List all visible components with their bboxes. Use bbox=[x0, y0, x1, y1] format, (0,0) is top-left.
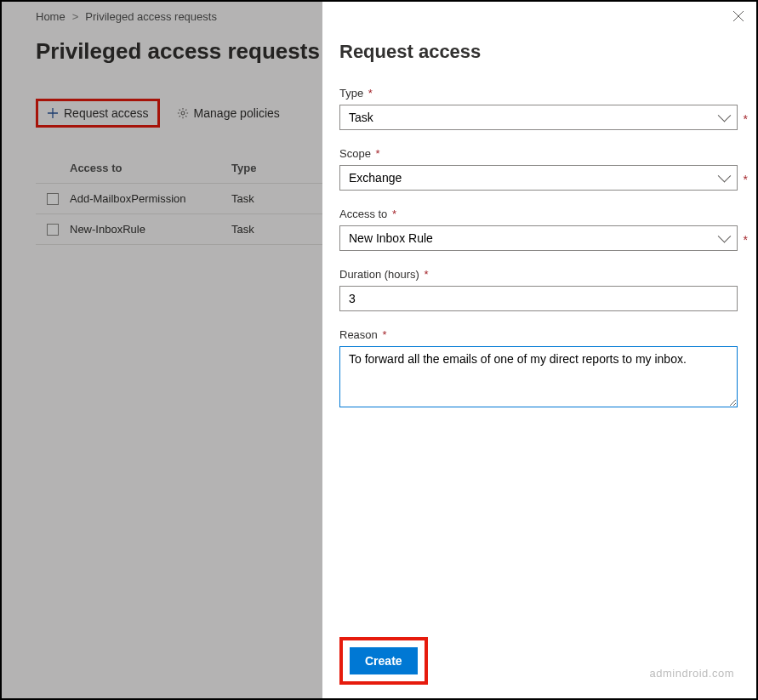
field-type: Type * Task * bbox=[339, 87, 738, 130]
create-button[interactable]: Create bbox=[350, 647, 418, 674]
close-icon bbox=[732, 10, 744, 22]
close-button[interactable] bbox=[732, 10, 744, 26]
field-duration: Duration (hours) * bbox=[339, 268, 738, 311]
label-type: Type * bbox=[339, 87, 738, 100]
field-reason: Reason * To forward all the emails of on… bbox=[339, 328, 738, 410]
field-access-to: Access to * New Inbox Rule * bbox=[339, 208, 738, 251]
input-duration[interactable] bbox=[339, 286, 738, 311]
create-highlight-box: Create bbox=[339, 637, 428, 685]
label-access-to: Access to * bbox=[339, 208, 738, 220]
select-type[interactable]: Task bbox=[339, 105, 738, 130]
label-scope: Scope * bbox=[339, 147, 738, 160]
field-scope: Scope * Exchange * bbox=[339, 147, 738, 191]
textarea-reason[interactable]: To forward all the emails of one of my d… bbox=[339, 346, 738, 407]
watermark: admindroid.com bbox=[650, 667, 735, 680]
request-access-flyout: Request access Type * Task * Scope * Exc… bbox=[322, 2, 756, 698]
flyout-footer: Create admindroid.com bbox=[339, 627, 738, 685]
label-duration: Duration (hours) * bbox=[339, 268, 738, 281]
flyout-title: Request access bbox=[339, 41, 738, 63]
required-indicator: * bbox=[744, 112, 748, 126]
select-scope[interactable]: Exchange bbox=[339, 165, 738, 191]
select-access-to[interactable]: New Inbox Rule bbox=[339, 225, 738, 251]
required-indicator: * bbox=[744, 173, 748, 186]
required-indicator: * bbox=[744, 233, 748, 247]
label-reason: Reason * bbox=[339, 328, 738, 341]
